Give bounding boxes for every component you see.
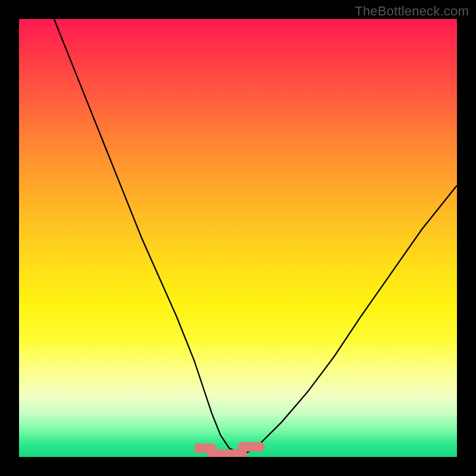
chart-frame: TheBottleneck.com: [0, 0, 476, 476]
chart-svg: [19, 19, 457, 457]
curve-line: [54, 19, 457, 453]
plot-area: [19, 19, 457, 457]
watermark-text: TheBottleneck.com: [355, 4, 469, 19]
bottleneck-curve: [54, 19, 457, 453]
